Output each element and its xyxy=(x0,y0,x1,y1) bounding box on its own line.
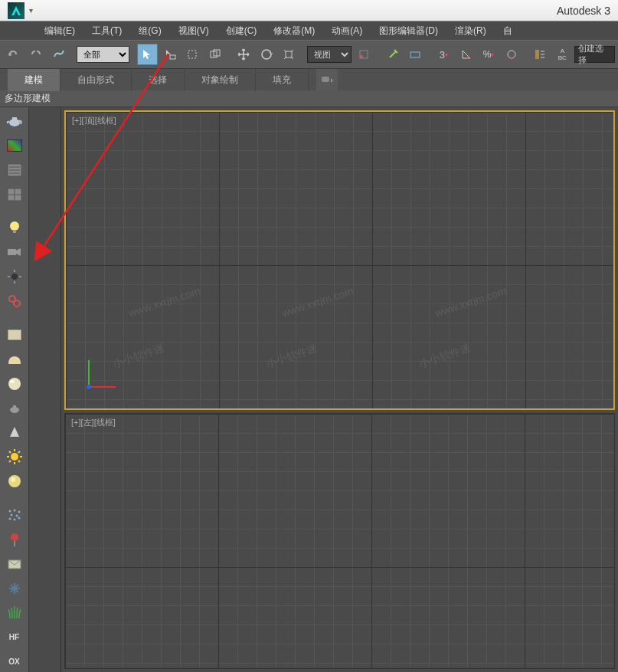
dome-icon[interactable] xyxy=(4,349,25,370)
ribbon-bar: 建模 自由形式 选择 对象绘制 填充 xyxy=(0,69,618,90)
particles-icon[interactable] xyxy=(4,504,25,526)
viewport-top-label[interactable]: [+][顶][线框] xyxy=(72,115,116,126)
window-crossing-icon[interactable] xyxy=(204,44,225,65)
spinner-snap-icon[interactable] xyxy=(501,44,522,65)
svg-rect-26 xyxy=(8,249,16,255)
svg-point-53 xyxy=(15,514,18,516)
selection-filter-dropdown[interactable]: 全部 xyxy=(77,46,129,63)
menu-custom[interactable]: 自 xyxy=(495,22,520,40)
svg-point-55 xyxy=(13,518,15,520)
keyboard-shortcut-icon[interactable] xyxy=(404,44,425,65)
teapot-small-icon[interactable] xyxy=(4,398,25,419)
envelope-icon[interactable] xyxy=(4,553,25,575)
menu-rendering[interactable]: 渲染(R) xyxy=(447,22,494,40)
svg-point-24 xyxy=(10,221,19,231)
undo-link-icon[interactable] xyxy=(3,44,24,65)
rotate-icon[interactable] xyxy=(256,44,276,65)
svg-point-34 xyxy=(8,378,21,390)
menu-bar: 编辑(E) 工具(T) 组(G) 视图(V) 创建(C) 修改器(M) 动画(A… xyxy=(0,21,618,40)
svg-rect-9 xyxy=(410,52,420,57)
svg-point-51 xyxy=(18,510,20,513)
select-object-icon[interactable] xyxy=(137,44,158,65)
manipulate-icon[interactable] xyxy=(382,44,403,65)
svg-rect-13 xyxy=(535,50,539,59)
ribbon-tab-populate[interactable]: 填充 xyxy=(256,69,309,91)
ribbon-tab-object-paint[interactable]: 对象绘制 xyxy=(185,69,256,91)
viewport-left[interactable]: [+][左][线框] xyxy=(64,413,615,669)
app-icon[interactable] xyxy=(8,2,25,19)
ribbon-tab-freeform[interactable]: 自由形式 xyxy=(60,69,132,91)
svg-line-43 xyxy=(9,451,11,453)
menu-animation[interactable]: 动画(A) xyxy=(324,22,370,40)
light-bulb-icon[interactable] xyxy=(4,217,25,238)
ribbon-tab-selection[interactable]: 选择 xyxy=(132,69,185,91)
scale-icon[interactable] xyxy=(278,44,299,65)
ref-coord-dropdown[interactable]: 视图 xyxy=(307,46,352,63)
ox-text-icon[interactable]: OX xyxy=(4,651,25,672)
gradient-swatch-icon[interactable] xyxy=(4,135,25,156)
asterisk-icon[interactable] xyxy=(4,578,25,599)
gears-icon[interactable] xyxy=(4,290,25,312)
glow-sphere-icon[interactable] xyxy=(4,470,25,492)
title-bar: ▾ Autodesk 3 xyxy=(0,0,618,21)
menu-view[interactable]: 视图(V) xyxy=(171,22,217,40)
hf-text-icon[interactable]: HF xyxy=(4,626,25,647)
viewport-area: [+][顶][线框] www.xxrjm.com 小小软件迷 www.xxrjm… xyxy=(61,107,618,672)
svg-point-8 xyxy=(360,55,363,58)
angle-snap-icon[interactable] xyxy=(456,44,476,65)
svg-rect-2 xyxy=(188,51,196,58)
viewport-left-label[interactable]: [+][左][线框] xyxy=(71,417,116,428)
percent-snap-icon[interactable]: %▾ xyxy=(478,44,499,65)
ribbon-panel-label: 多边形建模 xyxy=(0,90,618,107)
menu-graph-editors[interactable]: 图形编辑器(D) xyxy=(371,22,446,40)
ribbon-tab-modeling[interactable]: 建模 xyxy=(8,69,60,91)
viewport-grid-major xyxy=(66,112,613,408)
list-panel-icon[interactable] xyxy=(4,159,25,181)
plane-icon[interactable] xyxy=(4,324,25,346)
menu-group[interactable]: 组(G) xyxy=(131,22,168,40)
svg-point-50 xyxy=(13,509,15,511)
svg-rect-16 xyxy=(12,117,17,120)
cone-icon[interactable] xyxy=(4,421,25,443)
bind-icon[interactable] xyxy=(48,44,69,65)
viewport-grid-major xyxy=(65,414,614,668)
named-sel-abc-icon[interactable]: ABC xyxy=(552,44,573,65)
sunlight-icon[interactable] xyxy=(4,266,25,287)
svg-line-44 xyxy=(18,461,20,462)
svg-point-33 xyxy=(14,300,20,306)
unlink-icon[interactable] xyxy=(25,44,46,65)
svg-point-0 xyxy=(8,53,11,56)
grass-icon[interactable] xyxy=(4,602,25,624)
svg-rect-14 xyxy=(322,77,329,82)
menu-edit[interactable]: 编辑(E) xyxy=(37,22,83,40)
svg-point-65 xyxy=(87,385,91,389)
grid-panel-icon[interactable] xyxy=(4,184,25,205)
edit-named-sel-icon[interactable] xyxy=(529,44,550,65)
svg-point-52 xyxy=(10,513,12,516)
pin-sphere-icon[interactable] xyxy=(4,529,25,550)
svg-point-56 xyxy=(18,516,20,519)
rect-region-icon[interactable] xyxy=(182,44,203,65)
menu-tools[interactable]: 工具(T) xyxy=(84,22,129,40)
snap-3-icon[interactable]: 3▾ xyxy=(433,44,454,65)
svg-point-15 xyxy=(9,119,20,126)
menu-create[interactable]: 创建(C) xyxy=(218,22,265,40)
viewport-top[interactable]: [+][顶][线框] www.xxrjm.com 小小软件迷 www.xxrjm… xyxy=(64,110,615,410)
select-by-name-icon[interactable] xyxy=(159,44,180,65)
svg-rect-37 xyxy=(13,405,16,408)
svg-point-27 xyxy=(11,274,18,280)
quick-access-arrow[interactable]: ▾ xyxy=(29,6,33,15)
svg-point-35 xyxy=(10,380,15,383)
create-selection-set[interactable]: 创建选择 xyxy=(574,46,615,63)
sphere-icon[interactable] xyxy=(4,373,25,395)
move-icon[interactable] xyxy=(233,44,253,65)
teapot-icon[interactable] xyxy=(4,110,25,132)
ribbon-dropdown-icon[interactable] xyxy=(316,69,338,90)
pivot-icon[interactable] xyxy=(353,44,374,65)
svg-point-54 xyxy=(8,517,11,520)
sun-icon[interactable] xyxy=(4,446,25,467)
menu-modifiers[interactable]: 修改器(M) xyxy=(266,22,322,40)
camera-icon[interactable] xyxy=(4,241,25,263)
svg-point-48 xyxy=(11,477,15,482)
svg-point-38 xyxy=(11,453,18,461)
